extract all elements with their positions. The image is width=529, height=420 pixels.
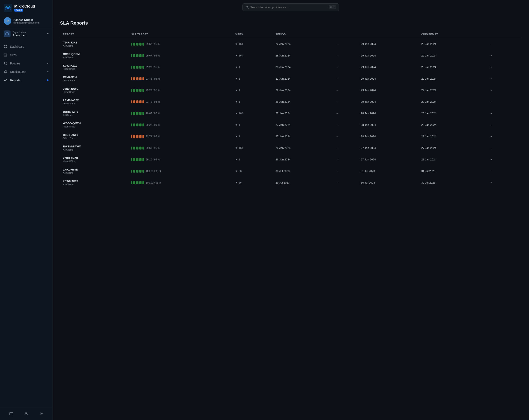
actions-cell[interactable]: ···	[484, 177, 521, 188]
row-actions-button[interactable]: ···	[487, 76, 494, 82]
sites-count: 66	[239, 169, 242, 173]
sites-cell: ▼ 66	[232, 165, 273, 177]
sites-filter-icon: ▼	[235, 77, 238, 80]
sites-cell: ▼ 1	[232, 119, 273, 131]
arrow-right-icon: →	[336, 158, 339, 161]
sites-filter-icon: ▼	[235, 100, 238, 103]
table-row: ZN7Z-M5MV All Clients 100.00 / 95 % ▼ 66…	[60, 165, 521, 177]
sites-filter-icon: ▼	[235, 135, 238, 138]
svg-rect-5	[6, 47, 7, 48]
arrow-right-icon: →	[336, 89, 339, 92]
arrow-right-icon: →	[336, 66, 339, 69]
row-actions-button[interactable]: ···	[487, 168, 494, 174]
row-actions-button[interactable]: ···	[487, 110, 494, 116]
actions-cell[interactable]: ···	[484, 154, 521, 165]
actions-cell[interactable]: ···	[484, 142, 521, 154]
sites-cell: ▼ 1	[232, 96, 273, 108]
created-at-cell: 29 Jan 2024	[418, 61, 484, 73]
period-to: 27 Jan 2024	[358, 154, 418, 165]
sidebar-item-sites[interactable]: Sites	[0, 51, 52, 59]
app-badge: Portal	[14, 9, 23, 12]
actions-cell[interactable]: ···	[484, 108, 521, 119]
report-id-cell: H1N1-99W1 Office Fibre	[60, 131, 128, 142]
logout-button[interactable]	[34, 410, 49, 417]
org-label: Organization	[13, 31, 45, 34]
sites-filter-icon: ▼	[235, 123, 238, 126]
row-actions-button[interactable]: ···	[487, 156, 494, 163]
sidebar-item-policies[interactable]: Policies ▾	[0, 59, 52, 68]
period-to: 29 Jan 2024	[358, 96, 418, 108]
wallet-button[interactable]	[4, 410, 19, 417]
sites-filter-icon: ▼	[235, 170, 238, 173]
row-actions-button[interactable]: ···	[487, 53, 494, 59]
search-input[interactable]	[250, 6, 327, 9]
period-from: 26 Jan 2024	[273, 142, 333, 154]
sidebar-item-label: Notifications	[10, 70, 26, 73]
period-arrow-cell: →	[333, 119, 358, 131]
sites-count: 1	[239, 135, 240, 138]
table-row: 39N9-3DWG Head Office 99.22 / 95 % ▼ 1 2…	[60, 84, 521, 96]
notification-dot	[47, 79, 49, 81]
period-from: 27 Jan 2024	[273, 108, 333, 119]
table-row: DBRS-5ZF6 All Clients 99.67 / 95 % ▼ 164…	[60, 108, 521, 119]
report-id-cell: BC6R-QCRM All Clients	[60, 50, 128, 61]
row-actions-button[interactable]: ···	[487, 64, 494, 70]
row-actions-button[interactable]: ···	[487, 179, 494, 186]
user-profile-button[interactable]	[19, 410, 34, 417]
row-actions-button[interactable]: ···	[487, 41, 494, 47]
sla-target-cell: 100.00 / 95 %	[128, 177, 232, 188]
arrow-right-icon: →	[336, 77, 339, 80]
sites-count: 164	[239, 42, 243, 46]
org-section[interactable]: Organization Acme Inc. ▾	[0, 28, 52, 40]
col-created-at: Created At	[418, 31, 484, 38]
actions-cell[interactable]: ···	[484, 38, 521, 50]
user-name: Hannes Kruger	[13, 18, 49, 21]
created-at-cell: 29 Jan 2024	[418, 73, 484, 84]
sidebar-item-notifications[interactable]: Notifications ▾	[0, 68, 52, 76]
sidebar: MikroCloud Portal HK Hannes Kruger hanne…	[0, 0, 53, 420]
period-from: 22 Jan 2024	[273, 73, 333, 84]
row-actions-button[interactable]: ···	[487, 87, 494, 93]
chevron-down-icon: ▾	[47, 62, 49, 65]
search-bar[interactable]: ⌘ K	[242, 3, 339, 11]
row-actions-button[interactable]: ···	[487, 99, 494, 105]
sites-filter-icon: ▼	[235, 112, 238, 115]
row-actions-button[interactable]: ···	[487, 133, 494, 139]
search-icon	[246, 6, 249, 9]
actions-cell[interactable]: ···	[484, 73, 521, 84]
sites-count: 164	[239, 146, 243, 149]
period-arrow-cell: →	[333, 38, 358, 50]
sites-count: 1	[239, 66, 240, 69]
svg-rect-10	[10, 412, 13, 415]
actions-cell[interactable]: ···	[484, 96, 521, 108]
actions-cell[interactable]: ···	[484, 61, 521, 73]
period-to: 29 Jan 2024	[358, 50, 418, 61]
sites-count: 164	[239, 54, 243, 57]
period-arrow-cell: →	[333, 61, 358, 73]
actions-cell[interactable]: ···	[484, 84, 521, 96]
bell-icon	[4, 70, 8, 74]
report-id-cell: ZN7Z-M5MV All Clients	[60, 165, 128, 177]
report-id-cell: 7DW6-3K8T All Clients	[60, 177, 128, 188]
period-arrow-cell: →	[333, 84, 358, 96]
logo: MikroCloud Portal	[0, 0, 52, 14]
sidebar-item-dashboard[interactable]: Dashboard	[0, 42, 52, 51]
row-actions-button[interactable]: ···	[487, 122, 494, 128]
actions-cell[interactable]: ···	[484, 165, 521, 177]
period-from: 28 Jan 2024	[273, 96, 333, 108]
row-actions-button[interactable]: ···	[487, 145, 494, 151]
period-to: 28 Jan 2024	[358, 131, 418, 142]
actions-cell[interactable]: ···	[484, 131, 521, 142]
report-id-cell: T64X-JJK2 All Clients	[60, 38, 128, 50]
period-to: 28 Jan 2024	[358, 119, 418, 131]
report-id-cell: C6VK-S1VL Office Fibre	[60, 73, 128, 84]
report-id-cell: DBRS-5ZF6 All Clients	[60, 108, 128, 119]
sidebar-item-reports[interactable]: Reports	[0, 76, 52, 84]
created-at-cell: 28 Jan 2024	[418, 119, 484, 131]
actions-cell[interactable]: ···	[484, 50, 521, 61]
period-arrow-cell: →	[333, 165, 358, 177]
period-from: 30 Jul 2023	[273, 165, 333, 177]
period-from: 28 Jan 2024	[273, 50, 333, 61]
actions-cell[interactable]: ···	[484, 119, 521, 131]
logo-text: MikroCloud Portal	[14, 4, 35, 12]
